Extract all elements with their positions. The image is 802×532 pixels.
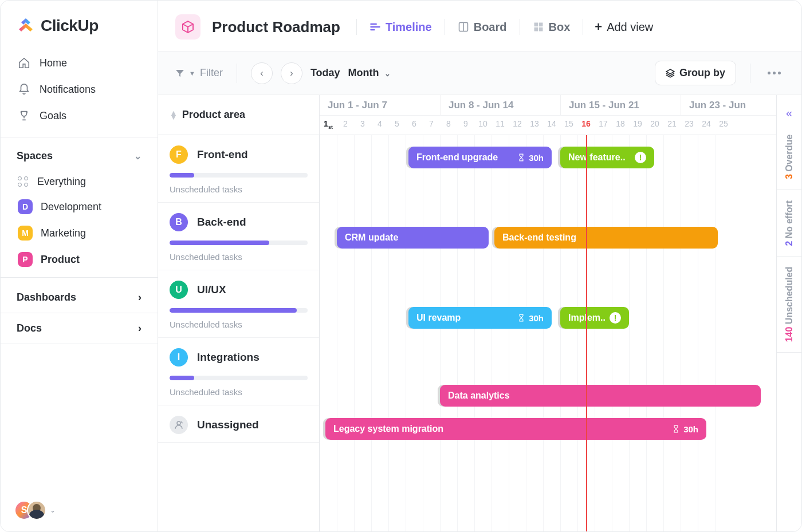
day-header: 9: [457, 116, 474, 135]
task-bar[interactable]: Data analytics: [440, 385, 761, 407]
week-header: Jun 15 - Jun 21: [560, 95, 681, 115]
today-button[interactable]: Today: [310, 67, 340, 79]
view-tab-timeline[interactable]: Timeline: [368, 18, 433, 36]
more-menu-button[interactable]: [764, 68, 784, 78]
progress-bar: [170, 241, 308, 245]
rail-unscheduled[interactable]: 140 Unscheduled: [777, 257, 801, 353]
space-product[interactable]: P Product: [1, 246, 158, 273]
day-header: 10: [474, 116, 492, 135]
chevron-right-icon: ›: [290, 68, 293, 78]
row-title: Unassigned: [197, 419, 259, 431]
task-bar[interactable]: New feature..!: [560, 147, 654, 168]
rail-count: 140: [784, 327, 795, 342]
row-badge: F: [170, 145, 188, 164]
day-header: 15: [560, 116, 577, 135]
chevron-down-icon: ⌄: [50, 506, 56, 514]
layers-icon: [666, 69, 675, 78]
group-by-button[interactable]: Group by: [655, 61, 736, 85]
space-label: Product: [41, 254, 80, 266]
brand-logo[interactable]: ClickUp: [1, 1, 158, 46]
row-title: Back-end: [197, 216, 246, 228]
space-label: Marketing: [41, 227, 86, 239]
user-menu[interactable]: S ⌄: [1, 489, 158, 531]
day-header: 5: [388, 116, 406, 135]
nav-notifications[interactable]: Notifications: [1, 76, 158, 103]
brand-name: ClickUp: [41, 17, 99, 35]
warning-icon: !: [610, 312, 621, 324]
prev-button[interactable]: ‹: [251, 62, 273, 84]
timeline-row[interactable]: I Integrations Unscheduled tasks: [158, 338, 319, 405]
timeline-row[interactable]: U UI/UX Unscheduled tasks: [158, 270, 319, 338]
filter-button[interactable]: ▼ Filter: [175, 67, 223, 79]
clickup-logo-icon: [17, 17, 35, 35]
view-tab-label: Board: [474, 21, 507, 34]
day-header: 6: [406, 116, 423, 135]
rail-no-effort[interactable]: 2 No effort: [777, 190, 801, 257]
double-chevron-left-icon: «: [786, 107, 792, 119]
task-bar[interactable]: UI revamp30h: [408, 307, 552, 329]
view-tab-board[interactable]: Board: [457, 18, 508, 36]
task-bar[interactable]: Front-end upgrade30h: [408, 147, 552, 168]
row-title: Front-end: [197, 148, 248, 161]
timeline-row-unassigned[interactable]: Unassigned: [158, 405, 319, 443]
nav-home[interactable]: Home: [1, 50, 158, 76]
unscheduled-label: Unscheduled tasks: [170, 387, 308, 397]
nav-goals[interactable]: Goals: [1, 103, 158, 129]
task-label: New feature..: [568, 152, 626, 163]
chevron-right-icon: ›: [138, 322, 141, 334]
timeline-row[interactable]: F Front-end Unscheduled tasks: [158, 135, 319, 203]
rail-overdue[interactable]: 3 Overdue: [777, 124, 801, 190]
day-header: 11: [492, 116, 509, 135]
nav-docs[interactable]: Docs ›: [1, 313, 158, 344]
view-tab-box[interactable]: Box: [532, 18, 572, 36]
nav-notifications-label: Notifications: [40, 84, 96, 96]
day-header: 8: [440, 116, 457, 135]
spaces-header[interactable]: Spaces ⌄: [1, 142, 158, 170]
space-label: Development: [41, 201, 101, 213]
timeline-grid[interactable]: Jun 1 - Jun 7Jun 8 - Jun 14Jun 15 - Jun …: [320, 95, 776, 531]
day-header: 24: [698, 116, 715, 135]
home-icon: [18, 57, 30, 69]
filter-icon: [175, 69, 184, 78]
chevron-right-icon: ›: [138, 291, 141, 304]
task-label: UI revamp: [416, 313, 461, 323]
sidebar: ClickUp Home Notifications Goals Spaces …: [1, 1, 158, 531]
nav-dashboards[interactable]: Dashboards ›: [1, 282, 158, 313]
day-header: 17: [595, 116, 612, 135]
rail-label: No effort: [784, 200, 795, 239]
add-view-button[interactable]: + Add view: [595, 19, 653, 34]
task-label: Legacy system migration: [333, 424, 443, 434]
timeline-row[interactable]: B Back-end Unscheduled tasks: [158, 203, 319, 270]
task-bar[interactable]: Implem..!: [560, 307, 629, 329]
space-everything[interactable]: Everything: [1, 170, 158, 194]
nav-docs-label: Docs: [17, 322, 42, 334]
day-header: 25: [715, 116, 732, 135]
task-bar[interactable]: Back-end testing: [494, 227, 718, 249]
right-rail: « 3 Overdue 2 No effort 140 Unscheduled: [776, 95, 801, 531]
view-tab-label: Timeline: [386, 21, 432, 34]
day-header: 3: [354, 116, 371, 135]
unscheduled-label: Unscheduled tasks: [170, 184, 308, 194]
progress-bar: [170, 308, 308, 313]
next-button[interactable]: ›: [281, 62, 302, 84]
range-label: Month: [348, 67, 379, 78]
day-header: 13: [526, 116, 543, 135]
day-header: 1st: [320, 116, 337, 135]
task-bar[interactable]: CRM update: [337, 227, 489, 249]
collapse-rail-button[interactable]: «: [781, 102, 797, 124]
column-header[interactable]: ▲▼ Product area: [158, 95, 319, 135]
trophy-icon: [18, 109, 30, 122]
space-marketing[interactable]: M Marketing: [1, 220, 158, 246]
cube-icon: [181, 20, 195, 34]
progress-bar: [170, 376, 308, 380]
timeline: ▲▼ Product area F Front-end Unscheduled …: [158, 95, 801, 531]
rail-label: Overdue: [784, 135, 795, 172]
range-selector[interactable]: Month ⌄: [348, 67, 391, 79]
day-header: 7: [423, 116, 440, 135]
rail-count: 2: [784, 241, 795, 246]
day-header: 16: [577, 116, 595, 135]
task-bar[interactable]: Legacy system migration30h: [325, 418, 706, 440]
svg-rect-5: [538, 27, 542, 31]
column-header-label: Product area: [182, 109, 245, 121]
space-development[interactable]: D Development: [1, 194, 158, 220]
